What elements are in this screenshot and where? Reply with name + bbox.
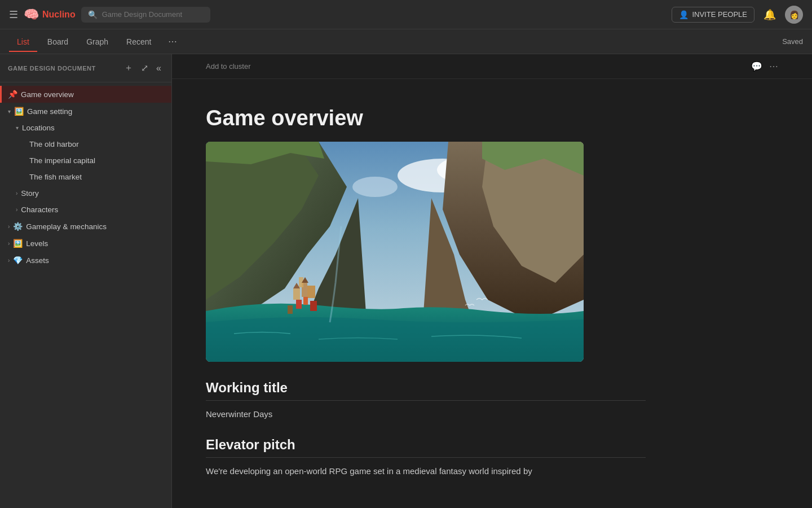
sidebar-item-label: The fish market	[29, 173, 164, 181]
page-title: Game overview	[206, 106, 646, 130]
chevron-down-icon: ▾	[16, 125, 19, 131]
invite-button[interactable]: 👤 INVITE PEOPLE	[672, 7, 754, 23]
chevron-down-icon: ▾	[8, 108, 11, 115]
add-item-icon[interactable]: ＋	[122, 61, 135, 75]
topbar-right: 👤 INVITE PEOPLE 🔔 👩	[672, 6, 803, 24]
topbar: ☰ 🧠 Nuclino 🔍 👤 INVITE PEOPLE 🔔 👩	[0, 0, 812, 29]
svg-rect-11	[310, 301, 317, 311]
expand-icon[interactable]: ⤢	[139, 62, 151, 75]
svg-rect-8	[307, 286, 315, 298]
sidebar-item-label: Levels	[26, 239, 154, 248]
chevron-right-icon: ›	[16, 207, 17, 213]
sidebar-item-levels[interactable]: › 🖼️ Levels ☐	[0, 235, 171, 252]
hero-image	[206, 142, 584, 362]
logo[interactable]: 🧠 Nuclino	[24, 7, 76, 22]
sidebar: GAME DESIGN DOCUMENT ＋ ⤢ « 📌 Game overvi…	[0, 54, 172, 508]
sidebar-item-characters[interactable]: › Characters ☐	[0, 202, 171, 218]
sidebar-items: 📌 Game overview ▾ 🖼️ Game setting ☐ ▾ Lo…	[0, 82, 171, 272]
sidebar-item-locations[interactable]: ▾ Locations ☐	[0, 120, 171, 136]
search-input[interactable]	[102, 10, 204, 19]
search-bar[interactable]: 🔍	[81, 7, 210, 23]
tab-graph[interactable]: Graph	[78, 33, 116, 52]
content-topbar: Add to cluster 💬 ⋯	[172, 54, 812, 79]
elevator-pitch-heading: Elevator pitch	[206, 437, 646, 458]
notifications-icon[interactable]: 🔔	[764, 8, 776, 21]
more-options-icon[interactable]: ⋯	[769, 61, 778, 72]
image-icon: 🖼️	[13, 239, 23, 248]
image-icon: 🖼️	[14, 107, 24, 116]
nav-tabs: List Board Graph Recent ⋯ Saved	[0, 29, 812, 54]
content-actions: 💬 ⋯	[751, 61, 778, 72]
sidebar-item-imperial-capital[interactable]: The imperial capital	[0, 152, 171, 169]
tab-board[interactable]: Board	[39, 33, 76, 52]
sidebar-item-old-harbor[interactable]: The old harbor	[0, 136, 171, 152]
chevron-right-icon: ›	[8, 224, 10, 230]
sidebar-header: GAME DESIGN DOCUMENT ＋ ⤢ «	[0, 54, 171, 82]
svg-rect-10	[303, 297, 308, 305]
chevron-right-icon: ›	[8, 257, 10, 264]
sidebar-item-label: Assets	[26, 256, 154, 265]
chevron-right-icon: ›	[16, 190, 17, 196]
main-layout: GAME DESIGN DOCUMENT ＋ ⤢ « 📌 Game overvi…	[0, 54, 812, 508]
logo-text: Nuclino	[42, 10, 76, 20]
person-icon: 👤	[679, 10, 689, 19]
content-inner: Game overview	[172, 79, 679, 508]
elevator-pitch-text: We're developing an open-world RPG game …	[206, 465, 646, 478]
topbar-left: ☰ 🧠 Nuclino 🔍	[9, 7, 665, 23]
sidebar-item-game-overview[interactable]: 📌 Game overview	[0, 86, 171, 103]
hamburger-icon[interactable]: ☰	[9, 8, 18, 21]
content-area: Add to cluster 💬 ⋯ Game overview	[172, 54, 812, 508]
svg-rect-12	[288, 305, 293, 314]
tab-list[interactable]: List	[9, 33, 37, 52]
sidebar-item-story[interactable]: › Story ☐	[0, 185, 171, 202]
sidebar-item-label: Gameplay & mechanics	[26, 222, 154, 231]
sidebar-item-game-setting[interactable]: ▾ 🖼️ Game setting ☐	[0, 103, 171, 120]
tab-recent[interactable]: Recent	[118, 33, 159, 52]
sidebar-item-label: Game setting	[27, 107, 154, 116]
sidebar-item-label: Game overview	[21, 90, 164, 99]
search-icon: 🔍	[88, 10, 98, 19]
avatar[interactable]: 👩	[785, 6, 803, 24]
sidebar-item-label: Story	[21, 189, 154, 198]
diamond-icon: 💎	[13, 256, 23, 265]
hero-image-svg	[206, 142, 584, 362]
sidebar-item-label: The imperial capital	[29, 156, 164, 165]
sidebar-item-assets[interactable]: › 💎 Assets ☐	[0, 252, 171, 269]
sidebar-item-label: Characters	[21, 205, 154, 214]
logo-icon: 🧠	[24, 7, 39, 22]
sidebar-item-label: Locations	[22, 124, 154, 132]
chevron-right-icon: ›	[8, 240, 10, 247]
sidebar-item-fish-market[interactable]: The fish market	[0, 169, 171, 185]
pin-icon: 📌	[8, 90, 17, 99]
svg-rect-5	[293, 288, 300, 300]
gear-icon: ⚙️	[13, 222, 23, 231]
svg-point-4	[352, 177, 398, 197]
collapse-icon[interactable]: «	[154, 62, 164, 75]
comment-icon[interactable]: 💬	[751, 61, 762, 72]
sidebar-item-label: The old harbor	[29, 140, 164, 148]
working-title-value: Neverwinter Days	[206, 408, 646, 421]
saved-status: Saved	[782, 37, 803, 46]
svg-rect-9	[296, 300, 302, 309]
more-options-icon[interactable]: ⋯	[164, 32, 182, 51]
add-to-cluster-button[interactable]: Add to cluster	[206, 62, 251, 71]
sidebar-title: GAME DESIGN DOCUMENT	[8, 65, 118, 72]
sidebar-item-gameplay-mechanics[interactable]: › ⚙️ Gameplay & mechanics ☐	[0, 218, 171, 235]
working-title-heading: Working title	[206, 380, 646, 401]
invite-label: INVITE PEOPLE	[692, 10, 747, 19]
